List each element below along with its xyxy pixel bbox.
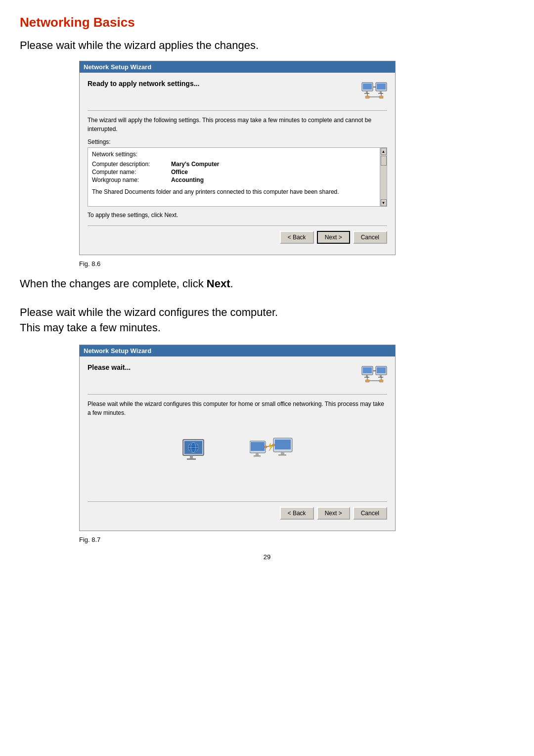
globe-monitor-icon [180, 437, 210, 472]
cancel-label-2: Cancel [361, 510, 379, 517]
settings-row-3: Workgroup name: Accounting [92, 177, 383, 183]
wizard1-content: Ready to apply network settings... [80, 73, 395, 255]
svg-rect-7 [380, 91, 382, 93]
settings-row-1: Computer description: Mary's Computer [92, 161, 383, 168]
network-settings-label: Network settings: [92, 151, 383, 158]
network-setup-icon [250, 437, 294, 472]
next-label-2: Next > [325, 510, 342, 517]
wizard2-header-row: Please wait... [88, 363, 387, 389]
svg-rect-39 [190, 455, 193, 458]
when-complete-text: When the changes are complete, click Nex… [20, 277, 514, 290]
svg-rect-3 [364, 93, 369, 94]
scrollbar[interactable]: ▲ ▼ [380, 148, 387, 206]
wizard2-content: Please wait... Please [80, 356, 395, 531]
wizard1-body: The wizard will apply the following sett… [88, 116, 387, 133]
settings-value-workgroup: Accounting [171, 177, 204, 183]
section1-heading: Please wait while the wizard applies the… [20, 39, 514, 52]
wizard2-back-button[interactable]: < Back [280, 507, 314, 520]
page-title: Networking Basics [20, 15, 514, 30]
settings-key-workgroup: Workgroup name: [92, 177, 161, 183]
scroll-thumb[interactable] [381, 156, 387, 166]
svg-rect-47 [281, 452, 284, 454]
svg-rect-44 [254, 455, 261, 457]
svg-rect-15 [379, 96, 383, 98]
svg-rect-42 [251, 442, 265, 451]
fig-8-7-label: Fig. 8.7 [79, 536, 514, 543]
svg-marker-50 [268, 443, 273, 451]
scroll-up-arrow[interactable]: ▲ [381, 148, 387, 155]
wizard2-cancel-button[interactable]: Cancel [353, 507, 387, 520]
section2-heading-line1: Please wait while the wizard configures … [20, 306, 278, 318]
when-complete-prefix: When the changes are complete, click [20, 277, 207, 290]
svg-rect-43 [256, 453, 259, 455]
settings-key-name: Computer name: [92, 169, 161, 176]
settings-shared-note: The Shared Documents folder and any prin… [92, 187, 383, 196]
wizard-dialog-1: Network Setup Wizard Ready to apply netw… [79, 61, 396, 255]
wizard1-divider [88, 110, 387, 111]
fig-8-6-label: Fig. 8.6 [79, 260, 514, 267]
when-complete-suffix: . [230, 277, 233, 290]
wizard1-next-button[interactable]: Next > [317, 231, 350, 244]
wizard-dialog-2: Network Setup Wizard Please wait... [79, 345, 396, 531]
settings-key-description: Computer description: [92, 161, 161, 168]
wizard2-body: Please wait while the wizard configures … [88, 400, 387, 417]
when-complete-next-bold: Next [207, 277, 230, 290]
svg-rect-19 [364, 377, 369, 378]
network-computers-icon-2 [361, 363, 387, 389]
svg-rect-24 [378, 377, 383, 378]
settings-value-name: Office [171, 169, 188, 176]
svg-rect-30 [365, 380, 369, 382]
cancel-label: Cancel [361, 234, 379, 241]
svg-rect-51 [265, 446, 267, 448]
svg-rect-8 [378, 93, 383, 94]
back-label-2: < Back [288, 510, 306, 517]
progress-area [88, 437, 387, 472]
svg-rect-14 [365, 96, 369, 98]
svg-rect-6 [377, 84, 386, 89]
wizard1-back-button[interactable]: < Back [280, 231, 314, 244]
back-label: < Back [288, 234, 306, 241]
svg-rect-17 [363, 367, 372, 373]
scroll-down-arrow[interactable]: ▼ [381, 199, 387, 206]
wizard2-header-title: Please wait... [88, 363, 361, 371]
wizard1-footer: < Back Next > Cancel [88, 225, 387, 248]
next-label: Next > [325, 234, 342, 241]
wizard1-cancel-button[interactable]: Cancel [353, 231, 387, 244]
wizard1-scrollbox[interactable]: Network settings: Computer description: … [88, 147, 387, 207]
wizard1-settings-label: Settings: [88, 138, 387, 145]
wizard1-header-title: Ready to apply network settings... [88, 80, 361, 88]
wizard1-header-row: Ready to apply network settings... [88, 80, 387, 105]
page-number: 29 [20, 553, 514, 561]
section2-heading-line2: This may take a few minutes. [20, 321, 161, 334]
svg-rect-48 [278, 454, 286, 456]
wizard1-titlebar: Network Setup Wizard [80, 61, 395, 73]
svg-rect-31 [379, 380, 383, 382]
svg-rect-18 [366, 375, 368, 377]
wizard2-footer: < Back Next > Cancel [88, 501, 387, 524]
svg-rect-46 [275, 440, 291, 449]
svg-rect-40 [187, 458, 196, 460]
section2-heading: Please wait while the wizard configures … [20, 305, 514, 336]
svg-rect-52 [272, 444, 275, 446]
wizard2-divider [88, 394, 387, 395]
settings-row-2: Computer name: Office [92, 169, 383, 176]
svg-rect-2 [366, 91, 368, 93]
svg-rect-22 [377, 367, 386, 373]
settings-value-description: Mary's Computer [171, 161, 220, 168]
wizard1-apply-note: To apply these settings, click Next. [88, 212, 387, 219]
network-computers-icon [361, 80, 387, 105]
svg-rect-1 [363, 84, 372, 89]
wizard2-next-button[interactable]: Next > [317, 507, 350, 520]
wizard2-titlebar: Network Setup Wizard [80, 345, 395, 356]
svg-rect-23 [380, 375, 382, 377]
